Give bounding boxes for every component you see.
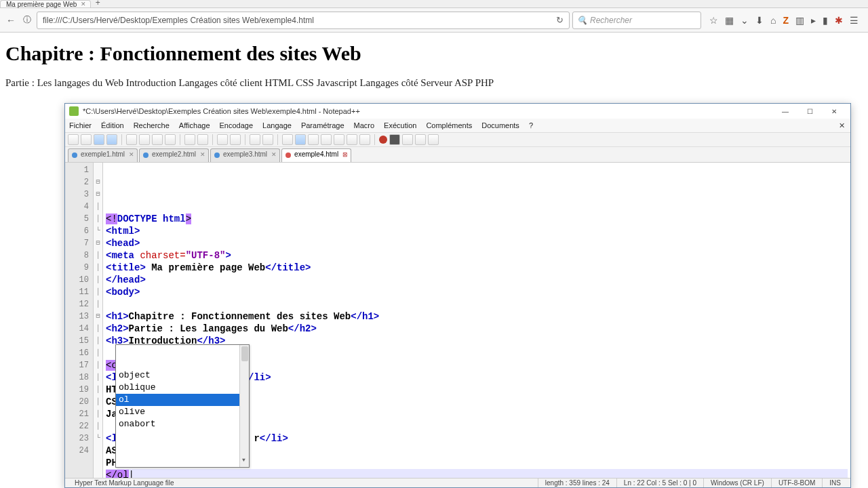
autocomplete-item[interactable]: onabort xyxy=(116,418,249,430)
pocket-icon[interactable]: ⌄ xyxy=(741,15,749,26)
status-eol: Windows (CR LF) xyxy=(704,479,772,487)
page-paragraph: Partie : Les langages du Web Introductio… xyxy=(5,77,863,89)
url-text: file:///C:/Users/Hervé/Desktop/Exemples … xyxy=(43,16,552,25)
tab-exemple1[interactable]: exemple1.html✕ xyxy=(68,148,138,162)
record-macro-icon[interactable] xyxy=(379,136,387,144)
maximize-button[interactable]: ☐ xyxy=(797,105,822,117)
fold-column[interactable]: ⊟⊟││└⊟│││││⊟│││││││││└ xyxy=(94,163,103,478)
code-area[interactable]: <!DOCTYPE html><html><head><meta charset… xyxy=(103,163,850,478)
browser-toolbar: ☆ ▦ ⌄ ⬇ ⌂ Z ▥ ▸ ▮ ✱ ☰ xyxy=(704,15,864,26)
ext-icon-3[interactable]: ▸ xyxy=(811,15,816,26)
app-icon xyxy=(69,106,79,116)
close-icon[interactable]: ✕ xyxy=(129,151,134,158)
minimize-button[interactable]: — xyxy=(773,105,797,117)
new-tab-button[interactable]: + xyxy=(91,0,104,7)
cut-icon[interactable] xyxy=(139,134,150,145)
undo-icon[interactable] xyxy=(184,134,195,145)
zoom-in-icon[interactable] xyxy=(250,134,260,145)
zoom-out-icon[interactable] xyxy=(262,134,273,145)
page-body: Chapitre : Fonctionnement des sites Web … xyxy=(0,33,868,98)
save-all-icon[interactable] xyxy=(106,134,117,145)
window-title: *C:\Users\Hervé\Desktop\Exemples Créatio… xyxy=(83,107,773,115)
browser-tab[interactable]: Ma première page Web ✕ xyxy=(0,0,91,7)
menu-icon[interactable]: ☰ xyxy=(850,15,859,26)
ext-icon-1[interactable]: Z xyxy=(783,15,789,26)
status-mode: INS xyxy=(823,479,848,487)
doc-map-icon[interactable] xyxy=(334,134,344,145)
close-icon[interactable]: ✕ xyxy=(81,1,86,8)
menu-encodage[interactable]: Encodage xyxy=(220,121,254,129)
ext-icon-2[interactable]: ▥ xyxy=(795,15,804,26)
autocomplete-item[interactable]: oblique xyxy=(116,382,249,394)
ext-icon-5[interactable]: ✱ xyxy=(835,15,843,26)
redo-icon[interactable] xyxy=(197,134,208,145)
menu-bar: Fichier Édition Recherche Affichage Enco… xyxy=(65,119,850,132)
status-length: length : 359 lines : 24 xyxy=(538,479,617,487)
editor-area[interactable]: 123456789101112131415161718192021222324 … xyxy=(65,162,850,478)
show-chars-icon[interactable] xyxy=(295,134,306,145)
status-pos: Ln : 22 Col : 5 Sel : 0 | 0 xyxy=(617,479,704,487)
tab-exemple2[interactable]: exemple2.html✕ xyxy=(139,148,209,162)
find-icon[interactable] xyxy=(217,134,228,145)
menu-affichage[interactable]: Affichage xyxy=(179,121,210,129)
run-multi-icon[interactable] xyxy=(415,134,426,145)
home-icon[interactable]: ⌂ xyxy=(770,15,776,26)
browser-navbar: ← ⓘ file:///C:/Users/Hervé/Desktop/Exemp… xyxy=(0,8,868,33)
autocomplete-item[interactable]: olive xyxy=(116,406,249,418)
new-file-icon[interactable] xyxy=(68,134,79,145)
download-icon[interactable]: ⬇ xyxy=(755,15,764,26)
menu-langage[interactable]: Langage xyxy=(262,121,292,129)
bookmark-icon[interactable]: ☆ xyxy=(709,15,718,26)
tab-title: Ma première page Web xyxy=(6,1,77,8)
notepadpp-window: *C:\Users\Hervé\Desktop\Exemples Créatio… xyxy=(64,103,851,488)
close-icon[interactable]: ✕ xyxy=(271,151,277,158)
autocomplete-item[interactable]: object xyxy=(116,369,249,382)
status-bar: Hyper Text Markup Language file length :… xyxy=(65,478,850,487)
autocomplete-popup[interactable]: objectobliqueololiveonabort ▲ ▼ xyxy=(115,344,250,468)
search-bar[interactable]: 🔍 Rechercher xyxy=(572,12,701,29)
status-type: Hyper Text Markup Language file xyxy=(68,479,538,487)
folder-icon[interactable] xyxy=(359,134,370,145)
editor-tabs: exemple1.html✕ exemple2.html✕ exemple3.h… xyxy=(65,147,850,162)
menu-parametrage[interactable]: Paramétrage xyxy=(301,121,344,129)
stop-macro-icon[interactable] xyxy=(389,134,400,145)
user-lang-icon[interactable] xyxy=(321,134,332,145)
close-icon[interactable]: ✕ xyxy=(200,151,205,158)
ext-icon-4[interactable]: ▮ xyxy=(823,15,828,26)
autocomplete-item[interactable]: ol xyxy=(116,394,249,406)
tab-exemple4[interactable]: exemple4.html⊠ xyxy=(281,148,351,162)
calendar-icon[interactable]: ▦ xyxy=(725,15,734,26)
copy-icon[interactable] xyxy=(152,134,163,145)
open-file-icon[interactable] xyxy=(81,134,92,145)
identity-icon[interactable]: ⓘ xyxy=(20,14,34,27)
mdi-close-icon[interactable]: ✕ xyxy=(839,121,845,130)
browser-tab-strip: Ma première page Web ✕ + xyxy=(0,0,868,8)
close-icon[interactable]: ⊠ xyxy=(342,151,348,158)
url-bar[interactable]: file:///C:/Users/Hervé/Desktop/Exemples … xyxy=(37,12,570,29)
save-macro-icon[interactable] xyxy=(428,134,439,145)
replace-icon[interactable] xyxy=(230,134,241,145)
scrollbar[interactable]: ▲ ▼ xyxy=(239,345,249,467)
menu-edition[interactable]: Édition xyxy=(101,121,124,129)
print-icon[interactable] xyxy=(126,134,137,145)
close-button[interactable]: ✕ xyxy=(822,105,846,117)
menu-recherche[interactable]: Recherche xyxy=(134,121,170,129)
menu-help[interactable]: ? xyxy=(529,121,533,129)
wrap-icon[interactable] xyxy=(282,134,293,145)
func-list-icon[interactable] xyxy=(347,134,357,145)
menu-macro[interactable]: Macro xyxy=(354,121,375,129)
tab-exemple3[interactable]: exemple3.html✕ xyxy=(210,148,280,162)
menu-fichier[interactable]: Fichier xyxy=(69,121,92,129)
page-h1: Chapitre : Fonctionnement des sites Web xyxy=(5,42,863,65)
menu-complements[interactable]: Compléments xyxy=(426,121,472,129)
reload-icon[interactable]: ↻ xyxy=(556,15,564,25)
menu-execution[interactable]: Exécution xyxy=(384,121,416,129)
indent-guide-icon[interactable] xyxy=(308,134,319,145)
paste-icon[interactable] xyxy=(165,134,176,145)
titlebar[interactable]: *C:\Users\Hervé\Desktop\Exemples Créatio… xyxy=(65,104,850,119)
play-macro-icon[interactable] xyxy=(402,134,413,145)
save-icon[interactable] xyxy=(94,134,104,145)
menu-documents[interactable]: Documents xyxy=(481,121,519,129)
status-enc: UTF-8-BOM xyxy=(772,479,823,487)
back-button[interactable]: ← xyxy=(4,14,18,27)
